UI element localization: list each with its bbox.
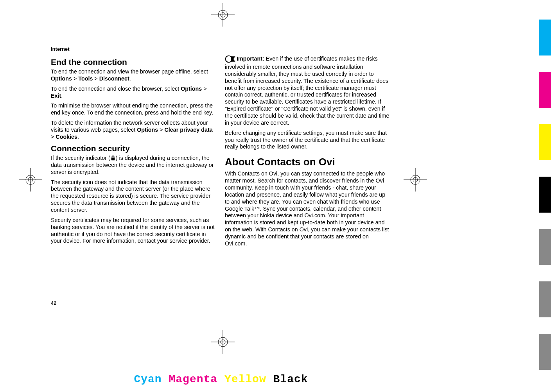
para-end-close: To end the connection and close the brow… [51, 86, 217, 100]
page-number: 42 [51, 300, 56, 306]
swatch-black [539, 177, 551, 213]
menu-path: Clear privacy data [164, 127, 212, 133]
important-icon [225, 54, 237, 64]
heading-connection-security: Connection security [51, 144, 217, 153]
swatch-grey [539, 334, 551, 370]
swatch-magenta [539, 72, 551, 108]
menu-path: Tools [78, 75, 93, 82]
heading-about-contacts-ovi: About Contacts on Ovi [225, 156, 391, 168]
important-label: Important: [237, 55, 266, 62]
color-separation-labels: Cyan Magenta Yellow Black [0, 373, 442, 385]
menu-path: Options [137, 127, 158, 133]
left-column: End the connection To end the connection… [51, 54, 217, 251]
cyan-label: Cyan [134, 373, 162, 385]
para-minimise: To minimise the browser without ending t… [51, 102, 217, 116]
menu-path: Options [181, 86, 202, 92]
swatch-cyan [539, 20, 551, 55]
svg-rect-0 [111, 158, 115, 160]
para-important: Important: Even if the use of certificat… [225, 54, 391, 127]
para-ovi: With Contacts on Ovi, you can stay conne… [225, 170, 391, 247]
text: Even if the use of certificates makes th… [225, 55, 389, 126]
magenta-label: Magenta [169, 373, 217, 385]
section-header: Internet [51, 46, 391, 52]
color-swatch-bar [539, 20, 551, 370]
yellow-label: Yellow [224, 373, 266, 385]
text: To end the connection and close the brow… [51, 86, 181, 92]
text: . [61, 93, 63, 99]
para-security-indicator: If the security indicator () is displaye… [51, 155, 217, 176]
text: . [129, 75, 131, 82]
sep: > [202, 86, 206, 92]
swatch-grey [539, 229, 551, 265]
para-cert-trust: Before changing any certificate settings… [225, 130, 391, 151]
registration-mark-icon [211, 330, 235, 354]
page-content: Internet End the connection To end the c… [51, 46, 391, 251]
two-column-layout: End the connection To end the connection… [51, 54, 391, 251]
sep: > [51, 134, 56, 140]
sep: > [93, 75, 99, 82]
black-label: Black [273, 373, 308, 385]
menu-path: Disconnect [99, 75, 129, 82]
registration-mark-icon [19, 168, 42, 192]
para-end-offline: To end the connection and view the brows… [51, 68, 217, 82]
registration-mark-icon [211, 3, 235, 27]
lock-icon [110, 155, 116, 162]
sep: > [72, 75, 78, 82]
text: If the security indicator ( [51, 155, 110, 161]
swatch-yellow [539, 124, 551, 160]
menu-path: Exit [51, 93, 61, 99]
para-security-icon-note: The security icon does not indicate that… [51, 179, 217, 214]
text: To end the connection and view the brows… [51, 68, 208, 75]
para-certificates: Security certificates may be required fo… [51, 217, 217, 245]
swatch-grey [539, 281, 551, 317]
para-clear-privacy: To delete the information the network se… [51, 120, 217, 141]
heading-end-connection: End the connection [51, 57, 217, 67]
menu-path: Cookies [56, 134, 77, 140]
menu-path: Options [51, 75, 72, 82]
sep: > [158, 127, 164, 133]
registration-mark-icon [404, 168, 427, 192]
right-column: Important: Even if the use of certificat… [225, 54, 391, 251]
text: . [77, 134, 79, 140]
